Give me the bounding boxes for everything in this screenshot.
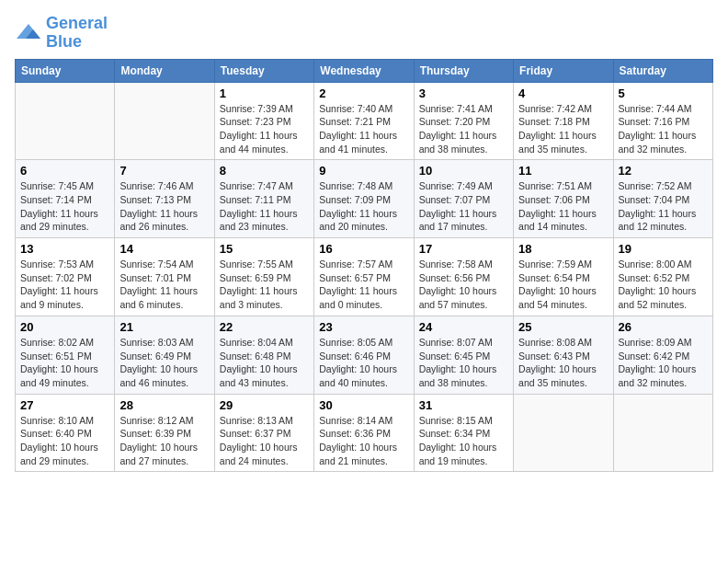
calendar-cell: 30Sunrise: 8:14 AMSunset: 6:36 PMDayligh… bbox=[314, 394, 414, 472]
day-info: Sunrise: 7:40 AMSunset: 7:21 PMDaylight:… bbox=[319, 102, 408, 156]
calendar-header-row: SundayMondayTuesdayWednesdayThursdayFrid… bbox=[16, 59, 713, 82]
day-number: 25 bbox=[518, 320, 608, 334]
day-number: 5 bbox=[619, 86, 708, 100]
day-number: 20 bbox=[20, 320, 109, 334]
week-row-1: 1Sunrise: 7:39 AMSunset: 7:23 PMDaylight… bbox=[16, 82, 713, 160]
calendar-cell: 26Sunrise: 8:09 AMSunset: 6:42 PMDayligh… bbox=[613, 316, 712, 394]
day-header-monday: Monday bbox=[115, 59, 214, 82]
day-number: 28 bbox=[119, 398, 209, 412]
day-number: 9 bbox=[319, 164, 408, 178]
page-header: General Blue bbox=[15, 15, 713, 52]
day-info: Sunrise: 7:44 AMSunset: 7:16 PMDaylight:… bbox=[619, 102, 708, 156]
day-info: Sunrise: 7:51 AMSunset: 7:06 PMDaylight:… bbox=[518, 179, 608, 234]
calendar-cell: 13Sunrise: 7:53 AMSunset: 7:02 PMDayligh… bbox=[16, 238, 115, 316]
day-info: Sunrise: 7:59 AMSunset: 6:54 PMDaylight:… bbox=[518, 258, 608, 312]
calendar-cell: 16Sunrise: 7:57 AMSunset: 6:57 PMDayligh… bbox=[314, 238, 414, 316]
day-info: Sunrise: 8:05 AMSunset: 6:46 PMDaylight:… bbox=[319, 336, 408, 390]
day-info: Sunrise: 8:04 AMSunset: 6:48 PMDaylight:… bbox=[220, 336, 309, 390]
day-info: Sunrise: 8:12 AMSunset: 6:39 PMDaylight:… bbox=[119, 414, 209, 468]
day-number: 21 bbox=[119, 320, 209, 334]
calendar-cell: 5Sunrise: 7:44 AMSunset: 7:16 PMDaylight… bbox=[613, 82, 712, 160]
day-number: 27 bbox=[20, 398, 109, 412]
calendar-cell: 9Sunrise: 7:48 AMSunset: 7:09 PMDaylight… bbox=[314, 160, 414, 238]
day-info: Sunrise: 8:03 AMSunset: 6:49 PMDaylight:… bbox=[119, 336, 209, 390]
day-info: Sunrise: 7:57 AMSunset: 6:57 PMDaylight:… bbox=[319, 258, 408, 312]
calendar-cell: 20Sunrise: 8:02 AMSunset: 6:51 PMDayligh… bbox=[16, 316, 115, 394]
calendar-cell bbox=[115, 82, 214, 160]
logo-text: General Blue bbox=[46, 15, 108, 52]
day-info: Sunrise: 8:00 AMSunset: 6:52 PMDaylight:… bbox=[619, 258, 708, 312]
day-number: 15 bbox=[220, 242, 309, 256]
day-info: Sunrise: 7:49 AMSunset: 7:07 PMDaylight:… bbox=[419, 179, 508, 234]
day-number: 23 bbox=[319, 320, 408, 334]
calendar-cell: 25Sunrise: 8:08 AMSunset: 6:43 PMDayligh… bbox=[514, 316, 613, 394]
day-number: 4 bbox=[518, 86, 608, 100]
week-row-3: 13Sunrise: 7:53 AMSunset: 7:02 PMDayligh… bbox=[16, 238, 713, 316]
day-number: 22 bbox=[220, 320, 309, 334]
day-info: Sunrise: 7:55 AMSunset: 6:59 PMDaylight:… bbox=[220, 258, 309, 312]
calendar-cell: 1Sunrise: 7:39 AMSunset: 7:23 PMDaylight… bbox=[214, 82, 313, 160]
week-row-4: 20Sunrise: 8:02 AMSunset: 6:51 PMDayligh… bbox=[16, 316, 713, 394]
day-info: Sunrise: 8:15 AMSunset: 6:34 PMDaylight:… bbox=[419, 414, 508, 468]
day-number: 10 bbox=[419, 164, 508, 178]
calendar-cell: 10Sunrise: 7:49 AMSunset: 7:07 PMDayligh… bbox=[414, 160, 513, 238]
day-number: 13 bbox=[20, 242, 109, 256]
day-number: 17 bbox=[419, 242, 508, 256]
day-number: 6 bbox=[20, 164, 109, 178]
day-number: 30 bbox=[319, 398, 408, 412]
day-header-saturday: Saturday bbox=[613, 59, 712, 82]
calendar-cell: 31Sunrise: 8:15 AMSunset: 6:34 PMDayligh… bbox=[414, 394, 513, 472]
day-number: 26 bbox=[619, 320, 708, 334]
day-info: Sunrise: 7:42 AMSunset: 7:18 PMDaylight:… bbox=[518, 102, 608, 156]
day-info: Sunrise: 7:54 AMSunset: 7:01 PMDaylight:… bbox=[119, 258, 209, 312]
day-info: Sunrise: 8:13 AMSunset: 6:37 PMDaylight:… bbox=[220, 414, 309, 468]
calendar-cell: 17Sunrise: 7:58 AMSunset: 6:56 PMDayligh… bbox=[414, 238, 513, 316]
calendar-cell: 11Sunrise: 7:51 AMSunset: 7:06 PMDayligh… bbox=[514, 160, 613, 238]
day-info: Sunrise: 7:41 AMSunset: 7:20 PMDaylight:… bbox=[419, 102, 508, 156]
calendar-cell: 24Sunrise: 8:07 AMSunset: 6:45 PMDayligh… bbox=[414, 316, 513, 394]
calendar-cell: 29Sunrise: 8:13 AMSunset: 6:37 PMDayligh… bbox=[214, 394, 313, 472]
day-number: 18 bbox=[518, 242, 608, 256]
day-info: Sunrise: 7:46 AMSunset: 7:13 PMDaylight:… bbox=[119, 179, 209, 234]
day-info: Sunrise: 7:52 AMSunset: 7:04 PMDaylight:… bbox=[619, 179, 708, 234]
calendar-cell: 15Sunrise: 7:55 AMSunset: 6:59 PMDayligh… bbox=[214, 238, 313, 316]
day-info: Sunrise: 7:39 AMSunset: 7:23 PMDaylight:… bbox=[220, 102, 309, 156]
calendar-cell: 22Sunrise: 8:04 AMSunset: 6:48 PMDayligh… bbox=[214, 316, 313, 394]
calendar-cell: 23Sunrise: 8:05 AMSunset: 6:46 PMDayligh… bbox=[314, 316, 414, 394]
day-number: 29 bbox=[220, 398, 309, 412]
day-info: Sunrise: 7:48 AMSunset: 7:09 PMDaylight:… bbox=[319, 179, 408, 234]
day-header-thursday: Thursday bbox=[414, 59, 513, 82]
day-number: 14 bbox=[119, 242, 209, 256]
calendar-cell: 28Sunrise: 8:12 AMSunset: 6:39 PMDayligh… bbox=[115, 394, 214, 472]
day-info: Sunrise: 8:07 AMSunset: 6:45 PMDaylight:… bbox=[419, 336, 508, 390]
day-number: 31 bbox=[419, 398, 508, 412]
day-number: 11 bbox=[518, 164, 608, 178]
calendar-cell bbox=[613, 394, 712, 472]
day-header-friday: Friday bbox=[514, 59, 613, 82]
calendar-cell: 3Sunrise: 7:41 AMSunset: 7:20 PMDaylight… bbox=[414, 82, 513, 160]
day-number: 19 bbox=[619, 242, 708, 256]
calendar-table: SundayMondayTuesdayWednesdayThursdayFrid… bbox=[15, 59, 713, 473]
calendar-cell bbox=[16, 82, 115, 160]
day-info: Sunrise: 8:08 AMSunset: 6:43 PMDaylight:… bbox=[518, 336, 608, 390]
day-info: Sunrise: 8:14 AMSunset: 6:36 PMDaylight:… bbox=[319, 414, 408, 468]
day-info: Sunrise: 8:10 AMSunset: 6:40 PMDaylight:… bbox=[20, 414, 109, 468]
calendar-cell: 21Sunrise: 8:03 AMSunset: 6:49 PMDayligh… bbox=[115, 316, 214, 394]
day-info: Sunrise: 7:58 AMSunset: 6:56 PMDaylight:… bbox=[419, 258, 508, 312]
day-number: 3 bbox=[419, 86, 508, 100]
week-row-5: 27Sunrise: 8:10 AMSunset: 6:40 PMDayligh… bbox=[16, 394, 713, 472]
logo: General Blue bbox=[15, 15, 108, 52]
day-header-sunday: Sunday bbox=[16, 59, 115, 82]
calendar-cell: 14Sunrise: 7:54 AMSunset: 7:01 PMDayligh… bbox=[115, 238, 214, 316]
day-number: 16 bbox=[319, 242, 408, 256]
day-header-wednesday: Wednesday bbox=[314, 59, 414, 82]
calendar-cell: 2Sunrise: 7:40 AMSunset: 7:21 PMDaylight… bbox=[314, 82, 414, 160]
calendar-cell: 18Sunrise: 7:59 AMSunset: 6:54 PMDayligh… bbox=[514, 238, 613, 316]
week-row-2: 6Sunrise: 7:45 AMSunset: 7:14 PMDaylight… bbox=[16, 160, 713, 238]
day-number: 1 bbox=[220, 86, 309, 100]
calendar-cell: 7Sunrise: 7:46 AMSunset: 7:13 PMDaylight… bbox=[115, 160, 214, 238]
calendar-cell: 4Sunrise: 7:42 AMSunset: 7:18 PMDaylight… bbox=[514, 82, 613, 160]
calendar-cell bbox=[514, 394, 613, 472]
day-number: 8 bbox=[220, 164, 309, 178]
calendar-cell: 27Sunrise: 8:10 AMSunset: 6:40 PMDayligh… bbox=[16, 394, 115, 472]
